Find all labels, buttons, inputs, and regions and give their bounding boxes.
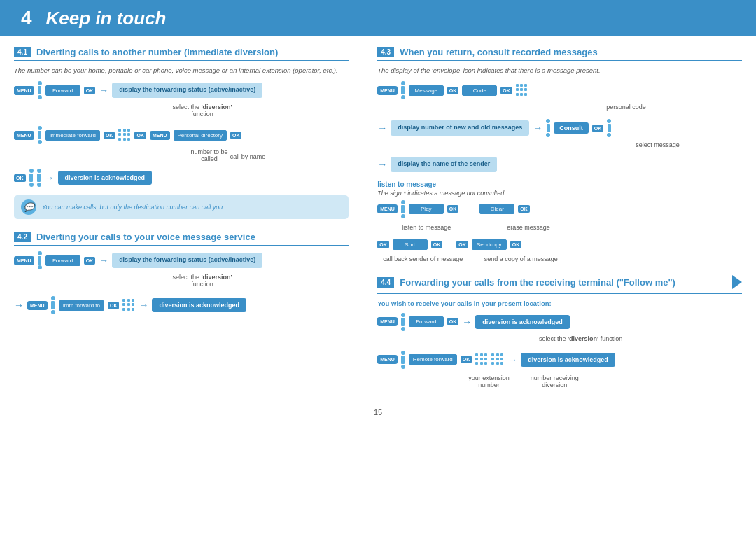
ok-button-41-5[interactable]: OK [14,174,26,182]
arrow-42-1: → [99,255,108,266]
menu-button-44-2[interactable]: MENU [377,355,398,364]
ok-button-43-2[interactable]: OK [500,87,512,94]
handset-icon-42-1 [38,251,42,269]
numpad-icon-42 [122,299,135,311]
section-42: 4.2 Diverting your calls to your voice m… [14,232,349,314]
arrow-44-1: → [462,316,472,328]
ok-button-42-2[interactable]: OK [108,302,120,309]
section-42-number: 4.2 [14,232,31,242]
handset-icon-43-2 [546,119,550,137]
select-message-label: select message [573,141,742,148]
arrow-44-2: → [507,354,517,365]
section-44: 4.4 Forwarding your calls from the recei… [377,275,742,388]
display-box-41-1: display the forwarding status (active/in… [112,83,262,98]
personal-dir-screen: Personal directory [174,130,227,141]
section-41-title: Diverting calls to another number (immed… [36,47,278,57]
ack-box-44-2: diversion is acknowledged [521,353,615,367]
menu-button-44-1[interactable]: MENU [377,317,398,326]
ok-button-43-4[interactable]: OK [447,205,459,213]
section-44-step2: MENU Remote forward OK [377,351,742,388]
handset-icon-41-4 [37,169,41,187]
play-screen: Play [409,204,444,214]
section-42-title: Diverting your calls to your voice messa… [36,232,255,242]
section-44-intro: You wish to receive your calls in your p… [377,300,742,307]
menu-button-42-2[interactable]: MENU [27,301,48,310]
ok-button-41-3[interactable]: OK [134,132,146,139]
callback-label: call back sender of message [381,255,465,262]
chapter-number: 4 [21,7,32,29]
handset-icon-42-2 [51,296,55,314]
your-ext-label: your extensionnumber [468,374,510,388]
ok-button-43-3[interactable]: OK [592,125,604,132]
page-header: 4 Keep in touch [0,0,756,36]
ok-button-44-2[interactable]: OK [461,356,472,363]
ok-button-43-9[interactable]: OK [510,241,522,248]
section-43-step5: OK Sort OK OK Sendcopy OK call back send… [377,239,742,262]
erase-label: erase message [507,224,550,231]
ack-box-41: diversion is acknowledged [58,171,153,185]
section-44-title: Forwarding your calls from the receiving… [400,277,676,288]
ack-box-42: diversion is acknowledged [152,298,246,312]
section-41-step1: MENU Forward OK → display the forwarding… [14,81,349,118]
section-42-step1: MENU Forward OK → display the forwarding… [14,251,349,288]
code-screen: Code [462,85,497,96]
section-41-desc: The number can be your home, portable or… [14,66,349,74]
ok-button-43-7[interactable]: OK [431,241,443,248]
menu-button-41-2[interactable]: MENU [14,131,34,140]
sendcopy-screen: Sendcopy [472,239,507,250]
section-43-desc: The display of the 'envelope' icon indic… [377,66,742,74]
page-container: 4 Keep in touch 4.1 Diverting calls to a… [0,0,756,534]
numpad-icon-43 [516,84,528,97]
handset-icon-44-2 [401,351,405,369]
page-number: 15 [0,408,756,420]
arrow-43-2: → [533,122,542,134]
ok-button-43-8[interactable]: OK [456,241,468,248]
section-43-step1: MENU Message OK Code OK [377,81,742,111]
section-44-step1: MENU Forward OK → diversion is acknowled… [377,313,742,342]
chapter-title: Keep in touch [46,8,167,29]
menu-button-43-1[interactable]: MENU [377,86,398,95]
ok-button-43-5[interactable]: OK [518,205,530,213]
numpad-icon-44-1 [475,353,488,366]
ack-box-44-1: diversion is acknowledged [475,315,570,329]
listen-title: listen to message [377,181,742,188]
step1-label-44: select the 'diversion' function [419,335,742,342]
imm-forward-screen: Immediate forward [46,130,100,141]
step1-label-41: select the 'diversion'function [56,104,349,118]
ok-button-41-2[interactable]: OK [104,132,115,139]
handset-icon-41-1 [38,81,42,99]
ok-button-41-1[interactable]: OK [84,87,96,94]
imm-forward-to-screen: Imm forward to [59,300,104,311]
numpad-icon-44-2 [491,353,504,366]
menu-button-41-1[interactable]: MENU [14,86,34,95]
section-41-number: 4.1 [14,47,31,57]
display-new-old: display number of new and old messages [391,120,529,136]
handset-icon-41-2 [38,126,42,144]
menu-button-42-1[interactable]: MENU [14,256,34,265]
ok-button-43-1[interactable]: OK [447,87,459,94]
arrow-43-3: → [377,159,387,170]
forward-screen-42: Forward [46,255,80,266]
message-screen: Message [409,85,444,96]
menu-button-43-2[interactable]: MENU [377,204,398,213]
section-41-header: 4.1 Diverting calls to another number (i… [14,47,349,61]
listen-label: listen to message [402,224,451,231]
info-icon-41: 💬 [21,199,36,215]
ok-button-43-6[interactable]: OK [377,241,389,248]
section-43-step2: → display number of new and old messages… [377,119,742,148]
num-receiving-label: number receivingdiversion [531,374,579,388]
forward-screen-44: Forward [409,316,444,327]
ok-button-41-4[interactable]: OK [230,132,242,139]
section-41-step2: MENU Immediate forward OK [14,126,349,160]
section-44-number: 4.4 [377,277,394,288]
ok-button-42-1[interactable]: OK [84,257,96,265]
menu-button-41-3[interactable]: MENU [150,131,170,140]
section-43-header: 4.3 When you return, consult recorded me… [377,47,742,61]
remote-forward-screen: Remote forward [409,354,457,365]
arrow-42-3: → [139,300,148,311]
display-sender: display the name of the sender [391,157,497,172]
step3-label-41: call by name [147,153,349,160]
section-43-title: When you return, consult recorded messag… [400,47,597,57]
ok-button-44-1[interactable]: OK [447,318,459,325]
step1-label-42: select the 'diversion'function [56,274,349,288]
